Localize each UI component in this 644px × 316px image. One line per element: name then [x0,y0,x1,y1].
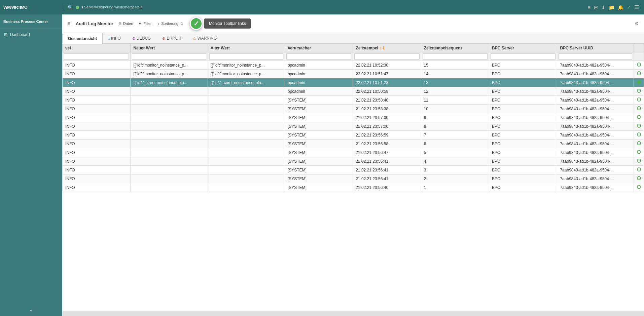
table-row[interactable]: INFObpcadmin22.02.21 10:50:5812BPC7aab98… [63,87,644,96]
cell-zeitstempelsequenz: 11 [421,96,489,105]
table-container[interactable]: vel Neuer Wert Alter Wert Verursacher Ze… [62,44,644,311]
filter-bpc-server-uuid[interactable] [559,53,632,60]
warning-tab-icon: ⚠ [193,36,196,41]
cell-bpc-server: BPC [489,140,557,148]
cell-zeitstempelsequenz: 8 [421,122,489,131]
download-icon[interactable]: ⬇ [601,5,605,10]
error-tab-icon: ⊗ [162,36,165,41]
cell-bpc-server-uuid: 7aab9843-ad1b-482a-9504-... [557,61,634,70]
cell-bpc-server-uuid: 7aab9843-ad1b-482a-9504-... [557,96,634,105]
cell-level: INFO [63,148,131,157]
tabs-bar: Gesamtansicht ℹ INFO ⊙ DEBUG ⊗ ERROR ⚠ W… [62,33,644,44]
table-row[interactable]: INFO[{"id":"monitor_noinstance_p...[{"id… [63,70,644,78]
status-indicator [637,141,641,145]
tab-info[interactable]: ℹ INFO [103,33,127,43]
grid-icon: ⊞ [118,22,121,26]
table-row[interactable]: INFO[SYSTEM]21.02.21 23:58:4011BPC7aab98… [63,96,644,105]
dashboard-icon: ⊞ [4,32,7,37]
cell-alter-wert: [{"id":"monitor_noinstance_p... [208,70,285,78]
table-row[interactable]: INFO[SYSTEM]21.02.21 23:57:009BPC7aab984… [63,113,644,122]
table-row[interactable]: INFO[{"id":"_core_noinstance_plu...[{"id… [63,78,644,87]
cell-alter-wert [208,183,285,192]
cell-neuer-wert [131,183,208,192]
table-row[interactable]: INFO[SYSTEM]21.02.21 23:56:475BPC7aab984… [63,148,644,157]
tab-warning[interactable]: ⚠ WARNING [187,33,223,43]
tab-debug[interactable]: ⊙ DEBUG [127,33,157,43]
table-row[interactable]: INFO[SYSTEM]21.02.21 23:56:414BPC7aab984… [63,157,644,166]
status-indicator [637,71,641,75]
cell-verursacher: [SYSTEM] [285,113,353,122]
table-row[interactable]: INFO[SYSTEM]21.02.21 23:56:412BPC7aab984… [63,174,644,183]
cell-status [634,166,644,174]
cell-level: INFO [63,87,131,96]
col-zeitstempelsequenz[interactable]: Zeitstempelsequenz [421,44,489,52]
cell-zeitstempel: 21.02.21 23:57:00 [353,113,421,122]
top-bar-right: ≡ ⊟ ⬇ 📁 🔔 ✓ ☰ [583,4,644,10]
col-level[interactable]: vel [63,44,131,52]
audit-log-icon: ⊞ [67,21,71,26]
cell-bpc-server: BPC [489,131,557,140]
filter-lines-icon[interactable]: ⊟ [594,5,598,10]
horizontal-scrollbar[interactable] [62,311,644,316]
cell-zeitstempelsequenz: 1 [421,183,489,192]
check-circle-icon[interactable]: ✓ [627,5,631,10]
table-row[interactable]: INFO[SYSTEM]21.02.21 23:57:008BPC7aab984… [63,122,644,131]
list-lines-icon[interactable]: ≡ [588,5,591,10]
tab-gesamtansicht[interactable]: Gesamtansicht [62,33,103,44]
cell-level: INFO [63,105,131,113]
filter-level[interactable] [64,53,129,60]
search-icon[interactable]: 🔍 [67,5,73,10]
cell-neuer-wert [131,131,208,140]
cell-alter-wert [208,122,285,131]
cell-zeitstempelsequenz: 4 [421,157,489,166]
cell-neuer-wert [131,113,208,122]
filter-zeitstempel[interactable] [354,53,419,60]
cell-alter-wert [208,140,285,148]
table-row[interactable]: INFO[SYSTEM]21.02.21 23:58:3810BPC7aab98… [63,105,644,113]
table-row[interactable]: INFO[SYSTEM]21.02.21 23:56:401BPC7aab984… [63,183,644,192]
sidebar-item-dashboard[interactable]: ⊞ Dashboard [0,29,62,40]
page-title: Audit Log Monitor [76,21,113,26]
app-layout: WM/VIRTIMO 🔍 ℹ Serververbindung wiederhe… [0,0,644,316]
col-neuer-wert[interactable]: Neuer Wert [131,44,208,52]
status-dot [76,6,79,9]
filter-bpc-server[interactable] [491,53,556,60]
cell-zeitstempelsequenz: 9 [421,113,489,122]
daten-label[interactable]: Daten [123,22,133,26]
table-row[interactable]: INFO[{"id":"monitor_noinstance_p...[{"id… [63,61,644,70]
cell-bpc-server: BPC [489,61,557,70]
col-bpc-server[interactable]: BPC Server [489,44,557,52]
cell-level: INFO [63,70,131,78]
filter-zeitstempelsequenz[interactable] [423,53,488,60]
cell-zeitstempelsequenz: 2 [421,174,489,183]
filter-neuer-wert[interactable] [132,53,206,60]
audit-log-table: vel Neuer Wert Alter Wert Verursacher Ze… [62,44,644,192]
cell-neuer-wert: [{"id":"monitor_noinstance_p... [131,70,208,78]
cell-verursacher: bpcadmin [285,70,353,78]
tab-error[interactable]: ⊗ ERROR [156,33,187,43]
cell-bpc-server: BPC [489,87,557,96]
bell-icon[interactable]: 🔔 [618,5,623,10]
table-row[interactable]: INFO[SYSTEM]21.02.21 23:56:597BPC7aab984… [63,131,644,140]
cell-level: INFO [63,122,131,131]
col-bpc-server-uuid[interactable]: BPC Server UUID [557,44,634,52]
hamburger-icon[interactable]: ☰ [634,4,639,10]
folder-icon[interactable]: 📁 [609,5,614,10]
col-verursacher[interactable]: Verursacher [285,44,353,52]
filter-verursacher[interactable] [286,53,351,60]
cell-bpc-server-uuid: 7aab9843-ad1b-482a-9504-... [557,148,634,157]
filter-alter-wert[interactable] [209,53,283,60]
col-alter-wert[interactable]: Alter Wert [208,44,285,52]
cell-verursacher: bpcadmin [285,87,353,96]
cell-bpc-server: BPC [489,113,557,122]
cell-zeitstempel: 21.02.21 23:56:59 [353,131,421,140]
cell-bpc-server: BPC [489,183,557,192]
settings-icon[interactable]: ⚙ [635,21,639,26]
table-row[interactable]: INFO[SYSTEM]21.02.21 23:56:586BPC7aab984… [63,140,644,148]
cell-bpc-server: BPC [489,105,557,113]
app-logo: WM/VIRTIMO [3,5,27,10]
col-zeitstempel[interactable]: Zeitstempel ↓ 1 [353,44,421,52]
table-row[interactable]: INFO[SYSTEM]21.02.21 23:56:413BPC7aab984… [63,166,644,174]
cell-status [634,61,644,70]
sidebar-collapse-button[interactable]: « [0,305,62,316]
